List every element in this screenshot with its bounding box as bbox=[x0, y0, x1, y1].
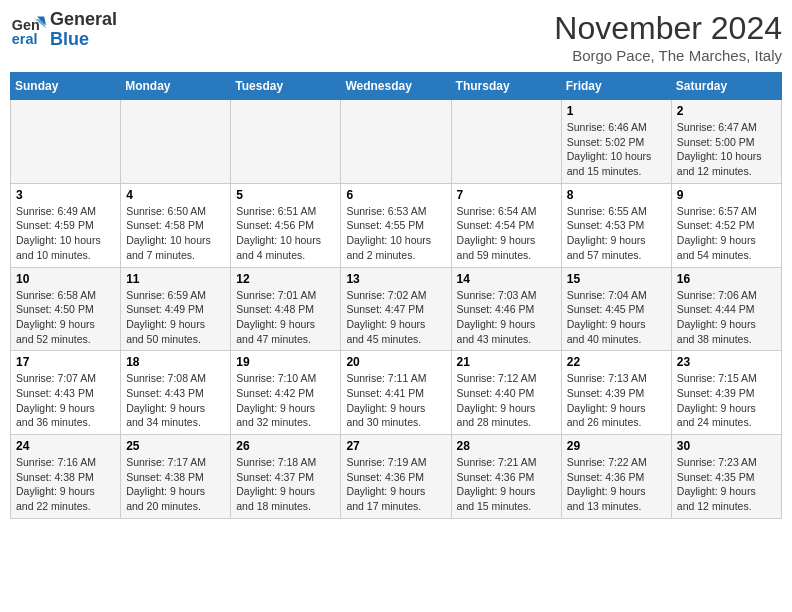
day-info: Sunrise: 7:21 AM Sunset: 4:36 PM Dayligh… bbox=[457, 455, 556, 514]
svg-text:eral: eral bbox=[12, 30, 38, 46]
day-number: 19 bbox=[236, 355, 335, 369]
day-info: Sunrise: 6:58 AM Sunset: 4:50 PM Dayligh… bbox=[16, 288, 115, 347]
day-info: Sunrise: 7:19 AM Sunset: 4:36 PM Dayligh… bbox=[346, 455, 445, 514]
day-number: 12 bbox=[236, 272, 335, 286]
day-info: Sunrise: 6:47 AM Sunset: 5:00 PM Dayligh… bbox=[677, 120, 776, 179]
calendar-week-3: 10Sunrise: 6:58 AM Sunset: 4:50 PM Dayli… bbox=[11, 267, 782, 351]
calendar-week-4: 17Sunrise: 7:07 AM Sunset: 4:43 PM Dayli… bbox=[11, 351, 782, 435]
day-info: Sunrise: 7:03 AM Sunset: 4:46 PM Dayligh… bbox=[457, 288, 556, 347]
day-number: 17 bbox=[16, 355, 115, 369]
calendar-cell: 8Sunrise: 6:55 AM Sunset: 4:53 PM Daylig… bbox=[561, 183, 671, 267]
day-info: Sunrise: 7:04 AM Sunset: 4:45 PM Dayligh… bbox=[567, 288, 666, 347]
day-info: Sunrise: 7:23 AM Sunset: 4:35 PM Dayligh… bbox=[677, 455, 776, 514]
day-number: 2 bbox=[677, 104, 776, 118]
day-number: 24 bbox=[16, 439, 115, 453]
calendar-week-2: 3Sunrise: 6:49 AM Sunset: 4:59 PM Daylig… bbox=[11, 183, 782, 267]
day-header-tuesday: Tuesday bbox=[231, 73, 341, 100]
day-info: Sunrise: 6:49 AM Sunset: 4:59 PM Dayligh… bbox=[16, 204, 115, 263]
day-header-monday: Monday bbox=[121, 73, 231, 100]
calendar-cell: 14Sunrise: 7:03 AM Sunset: 4:46 PM Dayli… bbox=[451, 267, 561, 351]
calendar-cell: 10Sunrise: 6:58 AM Sunset: 4:50 PM Dayli… bbox=[11, 267, 121, 351]
day-info: Sunrise: 7:22 AM Sunset: 4:36 PM Dayligh… bbox=[567, 455, 666, 514]
calendar-cell: 3Sunrise: 6:49 AM Sunset: 4:59 PM Daylig… bbox=[11, 183, 121, 267]
day-number: 29 bbox=[567, 439, 666, 453]
logo-icon: Gen eral bbox=[10, 12, 46, 48]
calendar-cell: 11Sunrise: 6:59 AM Sunset: 4:49 PM Dayli… bbox=[121, 267, 231, 351]
calendar-cell: 5Sunrise: 6:51 AM Sunset: 4:56 PM Daylig… bbox=[231, 183, 341, 267]
calendar-cell: 29Sunrise: 7:22 AM Sunset: 4:36 PM Dayli… bbox=[561, 435, 671, 519]
day-number: 30 bbox=[677, 439, 776, 453]
calendar-cell: 21Sunrise: 7:12 AM Sunset: 4:40 PM Dayli… bbox=[451, 351, 561, 435]
calendar-cell: 20Sunrise: 7:11 AM Sunset: 4:41 PM Dayli… bbox=[341, 351, 451, 435]
day-number: 21 bbox=[457, 355, 556, 369]
calendar-cell: 4Sunrise: 6:50 AM Sunset: 4:58 PM Daylig… bbox=[121, 183, 231, 267]
day-info: Sunrise: 6:46 AM Sunset: 5:02 PM Dayligh… bbox=[567, 120, 666, 179]
day-number: 7 bbox=[457, 188, 556, 202]
calendar-week-5: 24Sunrise: 7:16 AM Sunset: 4:38 PM Dayli… bbox=[11, 435, 782, 519]
day-info: Sunrise: 7:08 AM Sunset: 4:43 PM Dayligh… bbox=[126, 371, 225, 430]
calendar-cell: 26Sunrise: 7:18 AM Sunset: 4:37 PM Dayli… bbox=[231, 435, 341, 519]
logo-text-general: General bbox=[50, 10, 117, 30]
day-info: Sunrise: 7:07 AM Sunset: 4:43 PM Dayligh… bbox=[16, 371, 115, 430]
day-number: 1 bbox=[567, 104, 666, 118]
day-number: 26 bbox=[236, 439, 335, 453]
day-number: 14 bbox=[457, 272, 556, 286]
calendar-cell: 28Sunrise: 7:21 AM Sunset: 4:36 PM Dayli… bbox=[451, 435, 561, 519]
day-info: Sunrise: 7:01 AM Sunset: 4:48 PM Dayligh… bbox=[236, 288, 335, 347]
day-info: Sunrise: 6:55 AM Sunset: 4:53 PM Dayligh… bbox=[567, 204, 666, 263]
day-info: Sunrise: 7:10 AM Sunset: 4:42 PM Dayligh… bbox=[236, 371, 335, 430]
calendar-cell bbox=[451, 100, 561, 184]
calendar-cell: 2Sunrise: 6:47 AM Sunset: 5:00 PM Daylig… bbox=[671, 100, 781, 184]
day-header-saturday: Saturday bbox=[671, 73, 781, 100]
title-area: November 2024 Borgo Pace, The Marches, I… bbox=[554, 10, 782, 64]
day-number: 4 bbox=[126, 188, 225, 202]
day-number: 25 bbox=[126, 439, 225, 453]
day-info: Sunrise: 6:57 AM Sunset: 4:52 PM Dayligh… bbox=[677, 204, 776, 263]
calendar-cell bbox=[341, 100, 451, 184]
month-title: November 2024 bbox=[554, 10, 782, 47]
day-number: 8 bbox=[567, 188, 666, 202]
day-info: Sunrise: 7:15 AM Sunset: 4:39 PM Dayligh… bbox=[677, 371, 776, 430]
logo: Gen eral General Blue bbox=[10, 10, 117, 50]
day-info: Sunrise: 6:59 AM Sunset: 4:49 PM Dayligh… bbox=[126, 288, 225, 347]
calendar-cell: 17Sunrise: 7:07 AM Sunset: 4:43 PM Dayli… bbox=[11, 351, 121, 435]
calendar-header: SundayMondayTuesdayWednesdayThursdayFrid… bbox=[11, 73, 782, 100]
calendar-cell: 13Sunrise: 7:02 AM Sunset: 4:47 PM Dayli… bbox=[341, 267, 451, 351]
calendar-cell: 15Sunrise: 7:04 AM Sunset: 4:45 PM Dayli… bbox=[561, 267, 671, 351]
day-number: 6 bbox=[346, 188, 445, 202]
calendar-cell: 30Sunrise: 7:23 AM Sunset: 4:35 PM Dayli… bbox=[671, 435, 781, 519]
day-info: Sunrise: 7:13 AM Sunset: 4:39 PM Dayligh… bbox=[567, 371, 666, 430]
calendar-cell: 16Sunrise: 7:06 AM Sunset: 4:44 PM Dayli… bbox=[671, 267, 781, 351]
calendar-cell: 12Sunrise: 7:01 AM Sunset: 4:48 PM Dayli… bbox=[231, 267, 341, 351]
day-number: 13 bbox=[346, 272, 445, 286]
calendar-week-1: 1Sunrise: 6:46 AM Sunset: 5:02 PM Daylig… bbox=[11, 100, 782, 184]
day-number: 3 bbox=[16, 188, 115, 202]
day-number: 5 bbox=[236, 188, 335, 202]
calendar-cell bbox=[231, 100, 341, 184]
day-info: Sunrise: 6:50 AM Sunset: 4:58 PM Dayligh… bbox=[126, 204, 225, 263]
day-number: 11 bbox=[126, 272, 225, 286]
calendar-cell: 6Sunrise: 6:53 AM Sunset: 4:55 PM Daylig… bbox=[341, 183, 451, 267]
day-info: Sunrise: 6:53 AM Sunset: 4:55 PM Dayligh… bbox=[346, 204, 445, 263]
day-number: 27 bbox=[346, 439, 445, 453]
day-info: Sunrise: 7:12 AM Sunset: 4:40 PM Dayligh… bbox=[457, 371, 556, 430]
day-number: 28 bbox=[457, 439, 556, 453]
day-number: 23 bbox=[677, 355, 776, 369]
day-info: Sunrise: 7:16 AM Sunset: 4:38 PM Dayligh… bbox=[16, 455, 115, 514]
day-header-wednesday: Wednesday bbox=[341, 73, 451, 100]
location-subtitle: Borgo Pace, The Marches, Italy bbox=[554, 47, 782, 64]
day-info: Sunrise: 7:06 AM Sunset: 4:44 PM Dayligh… bbox=[677, 288, 776, 347]
day-number: 16 bbox=[677, 272, 776, 286]
day-number: 20 bbox=[346, 355, 445, 369]
calendar-cell: 23Sunrise: 7:15 AM Sunset: 4:39 PM Dayli… bbox=[671, 351, 781, 435]
day-info: Sunrise: 7:11 AM Sunset: 4:41 PM Dayligh… bbox=[346, 371, 445, 430]
logo-text-blue: Blue bbox=[50, 30, 117, 50]
page-header: Gen eral General Blue November 2024 Borg… bbox=[10, 10, 782, 64]
calendar-body: 1Sunrise: 6:46 AM Sunset: 5:02 PM Daylig… bbox=[11, 100, 782, 519]
day-info: Sunrise: 7:18 AM Sunset: 4:37 PM Dayligh… bbox=[236, 455, 335, 514]
calendar-cell: 18Sunrise: 7:08 AM Sunset: 4:43 PM Dayli… bbox=[121, 351, 231, 435]
day-info: Sunrise: 6:54 AM Sunset: 4:54 PM Dayligh… bbox=[457, 204, 556, 263]
calendar-cell: 22Sunrise: 7:13 AM Sunset: 4:39 PM Dayli… bbox=[561, 351, 671, 435]
day-number: 15 bbox=[567, 272, 666, 286]
calendar-cell: 9Sunrise: 6:57 AM Sunset: 4:52 PM Daylig… bbox=[671, 183, 781, 267]
